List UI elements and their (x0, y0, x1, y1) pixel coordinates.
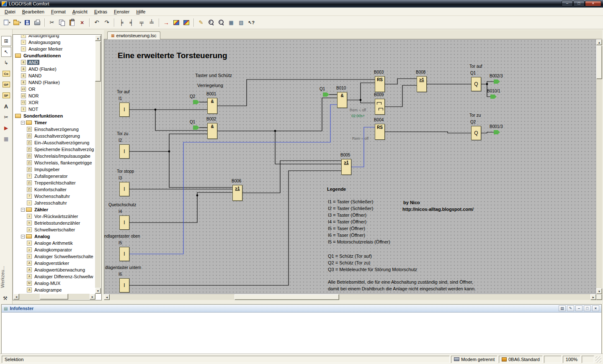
diagram-note[interactable]: Verriegelung (197, 83, 223, 88)
canvas-scroll-right-icon[interactable]: ► (590, 294, 596, 300)
tree-item-nand[interactable]: &NAND (13, 72, 95, 79)
tree-item-or[interactable]: ≥1OR (13, 86, 95, 92)
block-B010[interactable]: & (337, 92, 347, 108)
close-button[interactable]: × (585, 1, 601, 6)
tree-item-analogverst-rker[interactable]: AAnalogverstärker (13, 260, 95, 267)
legend-line[interactable]: Q1 = Schütz (Tor auf) (328, 254, 372, 259)
context-help-button[interactable]: ↖? (247, 18, 256, 27)
tree-item-impulsgeber[interactable]: ∏Impulsgeber (13, 166, 95, 173)
tools-icon[interactable]: ⚒ (3, 295, 8, 301)
block-parameter[interactable]: Rem = off (350, 108, 366, 112)
undo-button[interactable]: ↶ (92, 18, 101, 27)
credit[interactable]: by Nico (403, 200, 420, 205)
tree-item-schwellwertschalter[interactable]: ≥Schwellwertschalter (13, 226, 95, 233)
wire[interactable] (385, 132, 471, 133)
logo-to-pc-button[interactable] (182, 18, 191, 27)
wire[interactable] (385, 79, 417, 84)
simulation-button[interactable]: ✎ (196, 18, 206, 27)
menu-ansicht[interactable]: Ansicht (69, 8, 91, 15)
menu-fenster[interactable]: Fenster (111, 8, 133, 15)
zoom-in-button[interactable]: + (206, 18, 216, 27)
tree-item-analoger-merker[interactable]: ≈Analoger Merker (13, 46, 95, 52)
tree-item-not[interactable]: 1NOT (13, 106, 95, 113)
wire[interactable] (169, 151, 232, 187)
online-test-tool[interactable]: ▦ (1, 134, 11, 144)
canvas-scroll-up-icon[interactable]: ▲ (596, 39, 602, 45)
tree-item-wochenschaltuhr[interactable]: 7Wochenschaltuhr (13, 193, 95, 200)
diagram-canvas[interactable]: Eine erweiterte TorsteuerungTaster und S… (104, 39, 596, 294)
tree-item-zufallsgenerator[interactable]: ?Zufallsgenerator (13, 173, 95, 179)
tree-vscroll-thumb[interactable] (95, 41, 101, 82)
info-close-button[interactable]: × (592, 305, 599, 311)
maximize-button[interactable]: □ (573, 1, 585, 6)
block-B001[interactable]: & (207, 98, 217, 114)
open-file-button[interactable]: ▾ (13, 18, 22, 27)
wire[interactable] (217, 98, 337, 131)
cut-button[interactable]: ✂ (47, 18, 57, 27)
block-I5[interactable]: I (119, 247, 129, 261)
wire[interactable] (217, 79, 375, 106)
canvas-hscroll-thumb[interactable] (234, 294, 339, 300)
tree-item-betriebsstundenz-hler[interactable]: hBetriebsstundenzähler (13, 220, 95, 226)
basic-functions-tool[interactable]: GF (1, 79, 11, 90)
wire[interactable] (129, 134, 207, 151)
tree-scroll-right-icon[interactable]: ► (90, 294, 95, 300)
legend-line[interactable]: I3 = Taster (Öffner) (328, 213, 366, 218)
document-tab[interactable]: ▦ erwtorsteuerung.lsc (107, 31, 160, 39)
legend-line[interactable]: I1 = Taster (Schließer) (328, 199, 373, 204)
block-I1[interactable]: I (119, 103, 129, 117)
menu-datei[interactable]: Datei (1, 8, 19, 15)
delete-button[interactable]: × (77, 18, 87, 27)
tree-item-komfortschalter[interactable]: ∏Komfortschalter (13, 186, 95, 193)
copy-button[interactable] (57, 18, 67, 27)
minimize-button[interactable]: – (562, 1, 573, 6)
legend-line[interactable]: I2 = Taster (Schließer) (328, 206, 373, 211)
menu-extras[interactable]: Extras (91, 8, 111, 15)
pc-to-logo-button[interactable] (172, 18, 181, 27)
text-tool[interactable]: A (1, 101, 11, 111)
resize-grip[interactable] (595, 356, 601, 363)
tree-item-analogausgang[interactable]: ≈Analogausgang (13, 39, 95, 46)
block-Q1[interactable]: Q (471, 77, 481, 91)
tree-item-ausschaltverz-gerung[interactable]: ∏Ausschaltverzögerung (13, 133, 95, 139)
tree-item-analoger-schwellwertschalte[interactable]: ≥Analoger Schwellwertschalte (13, 253, 95, 260)
selection-tool[interactable]: ↖ (1, 47, 11, 57)
tree-item-grundfunktionen[interactable]: Grundfunktionen (13, 52, 95, 59)
tree-item-analog-mux[interactable]: MAnalog-MUX (13, 280, 95, 287)
collapse-toggle-icon[interactable]: − (21, 235, 25, 238)
online-transfer-button[interactable]: → (162, 18, 171, 27)
info-clear-button[interactable]: ✎ (567, 305, 574, 311)
align-right-button[interactable]: ╡ (127, 18, 136, 27)
wire[interactable] (385, 85, 417, 107)
block-parameter[interactable]: Rem = off (352, 136, 368, 141)
diagram-note[interactable]: Taster und Schütz (195, 73, 232, 78)
legend-line[interactable]: I5 = Taser (Öffner) (328, 226, 365, 231)
block-B008[interactable]: ≥1 (417, 76, 427, 92)
legend-line[interactable]: I4 = Taster (Öffner) (328, 219, 366, 224)
block-parameter[interactable]: 02:00s+ (351, 114, 365, 118)
tree-item-vor-r-ckw-rtsz-hler[interactable]: ±Vor-/Rückwärtszähler (13, 213, 95, 220)
tree-scroll-up-icon[interactable]: ▲ (95, 35, 101, 41)
collapse-toggle-icon[interactable]: − (21, 121, 25, 125)
block-I2[interactable]: I (119, 144, 129, 159)
wire-selected[interactable] (351, 127, 375, 167)
tree-item-treppenlichtschalter[interactable]: ∏Treppenlichtschalter (13, 179, 95, 186)
tree-item-wischrelais-flankengetrigge[interactable]: ∏Wischrelais, flankengetrigge (13, 159, 95, 166)
tree-item-wischrelais-impulsausgabe[interactable]: ∏Wischrelais/Impulsausgabe (13, 153, 95, 159)
legend-line[interactable]: Q3 = Meldeleuchte für Störung Motorschut… (328, 267, 417, 272)
tree-item-speichernde-einschaltverz-g[interactable]: ∏Speichernde Einschaltverzög (13, 146, 95, 153)
legend-line[interactable]: damit bei einem Drahtbruch die Anlage ni… (328, 286, 476, 291)
save-button[interactable] (23, 18, 32, 27)
legend-line[interactable]: I5 = Motorschutzrelais (Öffner) (328, 239, 390, 244)
paste-button[interactable] (67, 18, 77, 27)
block-B003[interactable]: RS (375, 76, 385, 92)
split-connection-tool[interactable]: ✂ (1, 112, 11, 122)
credit-url[interactable]: http://nicos-alltag.blogspot.com/ (402, 207, 474, 212)
tree-item-analogwert-berwachung[interactable]: AAnalogwertüberwachung (13, 267, 95, 273)
block-Q2[interactable]: Q (471, 126, 481, 140)
wire[interactable] (242, 161, 341, 193)
align-bottom-button[interactable]: ╧ (147, 18, 156, 27)
tree-item-ein-ausschaltverz-gerung[interactable]: ∏Ein-/Ausschaltverzögerung (13, 139, 95, 146)
wire[interactable] (361, 100, 375, 103)
wire[interactable] (481, 132, 494, 133)
